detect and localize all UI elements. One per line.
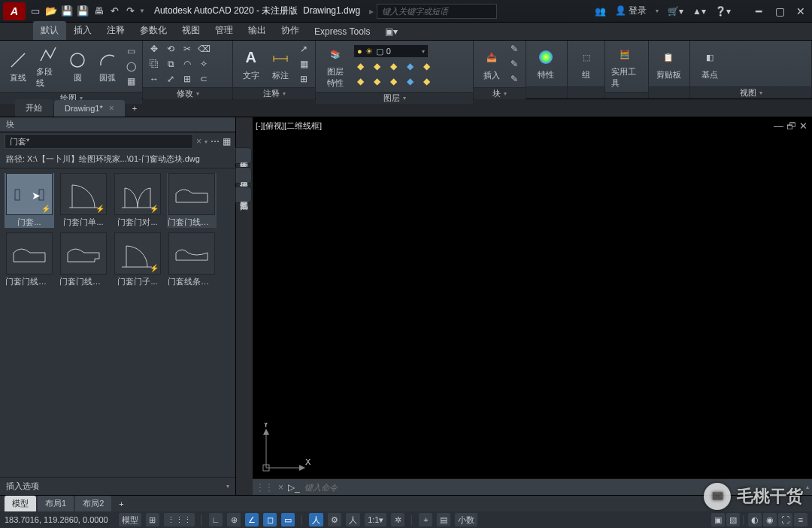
clipboard-button[interactable]: 📋剪贴板 [653, 45, 683, 82]
app-logo[interactable]: A [3, 2, 26, 20]
table-icon[interactable]: ▦ [297, 57, 311, 71]
leader-icon[interactable]: ↗ [297, 42, 311, 56]
array-icon[interactable]: ⊞ [180, 72, 194, 86]
palette-filter-input[interactable] [5, 134, 193, 149]
lock-ui[interactable]: ▧ [726, 513, 740, 526]
cmd-handle-icon[interactable]: ⋮⋮ [256, 482, 274, 493]
dynmode-toggle[interactable]: ▭ [281, 513, 295, 526]
close-icon[interactable]: × [109, 103, 114, 114]
utilities-button[interactable]: 🧮实用工具 [610, 42, 640, 90]
rotate-icon[interactable]: ⟲ [164, 42, 177, 56]
hw-accel[interactable]: ◉ [763, 513, 777, 526]
hatch-icon[interactable]: ▦ [124, 74, 138, 88]
properties-button[interactable]: 特性 [531, 45, 561, 82]
otrack-toggle[interactable]: ◻ [263, 513, 277, 526]
lineweight-toggle[interactable]: 人 [309, 513, 323, 526]
cmd-close-icon[interactable]: × [278, 482, 283, 493]
ortho-toggle[interactable]: ∟ [209, 513, 223, 526]
layout-tab-layout1[interactable]: 布局1 [38, 496, 74, 511]
workspace-switch[interactable]: + [419, 513, 432, 526]
transparency-toggle[interactable]: ⚙ [328, 513, 341, 526]
precision-label[interactable]: 小数 [455, 513, 477, 526]
new-tab-button[interactable]: + [126, 101, 143, 116]
customize-status[interactable]: ≡ [794, 513, 807, 526]
ribbon-tab-insert[interactable]: 插入 [66, 21, 99, 40]
minimize-button[interactable]: ━ [750, 5, 767, 18]
search-input[interactable]: 键入关键字或短语 [377, 4, 497, 19]
maximize-button[interactable]: ▢ [771, 5, 788, 18]
insert-block-button[interactable]: 📥插入 [478, 46, 504, 83]
ribbon-tab-annotate[interactable]: 注释 [99, 21, 132, 40]
ribbon-tab-view[interactable]: 视图 [174, 21, 208, 40]
block-item[interactable]: ⚡门套门单... [59, 173, 108, 228]
layer-properties-button[interactable]: 📚图层特性 [320, 42, 350, 90]
baseview-button[interactable]: ◧基点 [695, 45, 725, 82]
group-button[interactable]: ⬚组 [572, 45, 600, 82]
clean-screen[interactable]: ⛶ [778, 513, 792, 526]
mtext-icon[interactable]: ⊞ [297, 72, 311, 86]
doc-tab-start[interactable]: 开始 [15, 99, 53, 117]
explode-icon[interactable]: ✧ [197, 57, 211, 71]
copy-icon[interactable]: ⿻ [147, 57, 161, 71]
rect-icon[interactable]: ▭ [124, 44, 138, 58]
block-item[interactable]: ⚡门套门对... [113, 173, 162, 228]
panel-modify-title[interactable]: 修改 ▾ [143, 87, 232, 99]
panel-view-title[interactable]: 视图 ▾ [690, 86, 811, 99]
offset-icon[interactable]: ⊂ [197, 72, 211, 86]
layout-tab-layout2[interactable]: 布局2 [75, 496, 111, 511]
doc-tab-drawing1[interactable]: Drawing1*× [54, 100, 125, 117]
block-item[interactable]: 门套门线条... [5, 232, 54, 287]
panel-annotate-title[interactable]: 注释 ▾ [233, 87, 315, 99]
line-button[interactable]: 直线 [5, 48, 32, 85]
viewport-label[interactable]: [-][俯视][二维线框] [256, 120, 322, 132]
panel-layers-title[interactable]: 图层 ▾ [316, 92, 473, 104]
arc-button[interactable]: 圆弧 [94, 48, 121, 85]
plot-icon[interactable]: 🖶 [92, 5, 105, 18]
browse-icon[interactable]: ⋯ [211, 136, 220, 147]
block-item[interactable]: 门套门线条...➤ [167, 173, 217, 228]
ribbon-tab-default[interactable]: 默认 [33, 21, 66, 40]
isolate-toggle[interactable]: ◐ [748, 513, 762, 526]
exchange-icon[interactable]: 🛒▾ [668, 6, 683, 17]
side-tab-recent[interactable]: 最近使用 [235, 167, 252, 184]
help-icon[interactable]: ❔▾ [715, 6, 731, 17]
layout-tab-add[interactable]: + [113, 497, 129, 511]
dimension-button[interactable]: 标注 [268, 46, 295, 83]
erase-icon[interactable]: ⌫ [197, 42, 211, 56]
ribbon-tab-manage[interactable]: 管理 [208, 21, 241, 40]
ribbon-tab-collab[interactable]: 协作 [274, 21, 307, 40]
close-button[interactable]: ✕ [792, 5, 809, 18]
scale-icon[interactable]: ⤢ [164, 72, 177, 86]
cmd-history-icon[interactable]: ▴ [806, 484, 809, 490]
quick-props[interactable]: ▣ [711, 513, 725, 526]
block-item[interactable]: 门套门线条... [59, 232, 108, 287]
vp-minimize-icon[interactable]: — [774, 120, 783, 132]
dropdown-icon[interactable]: ▾ [205, 138, 208, 145]
grid-toggle[interactable]: ⊞ [146, 513, 159, 526]
fillet-icon[interactable]: ◠ [180, 57, 194, 71]
app-store-icon[interactable]: ▲▾ [692, 6, 706, 17]
ribbon-tab-parametric[interactable]: 参数化 [132, 21, 174, 40]
thumb-toggle-icon[interactable]: ▦ [223, 136, 231, 147]
polyline-button[interactable]: 多段线 [35, 42, 62, 90]
block-item[interactable]: 门套线条【... [167, 232, 217, 287]
login-button[interactable]: 👤 登录 [615, 5, 647, 17]
polar-toggle[interactable]: ⊕ [227, 513, 241, 526]
snap-toggle[interactable]: ⋮⋮⋮ [164, 513, 195, 526]
redo-icon[interactable]: ↷ [123, 5, 137, 18]
layer-combo[interactable]: ●☀▢0▾ [353, 44, 429, 58]
selection-cycling[interactable]: 人 [346, 513, 360, 526]
saveas-icon[interactable]: 💾 [76, 5, 89, 18]
move-icon[interactable]: ✥ [147, 42, 161, 56]
osnap-toggle[interactable]: ∠ [245, 513, 259, 526]
palette-footer[interactable]: 插入选项▾ [0, 477, 235, 495]
open-icon[interactable]: 📂 [44, 5, 58, 18]
ribbon-tab-express[interactable]: Express Tools [307, 23, 377, 40]
chevron-down-icon[interactable]: ▾ [226, 483, 229, 490]
stretch-icon[interactable]: ↔ [147, 72, 161, 86]
units-toggle[interactable]: ▤ [437, 513, 450, 526]
text-button[interactable]: A文字 [238, 46, 265, 83]
circle-button[interactable]: 圆 [65, 48, 92, 85]
undo-icon[interactable]: ↶ [108, 5, 121, 18]
block-item[interactable]: ⚡门套... [5, 173, 54, 228]
